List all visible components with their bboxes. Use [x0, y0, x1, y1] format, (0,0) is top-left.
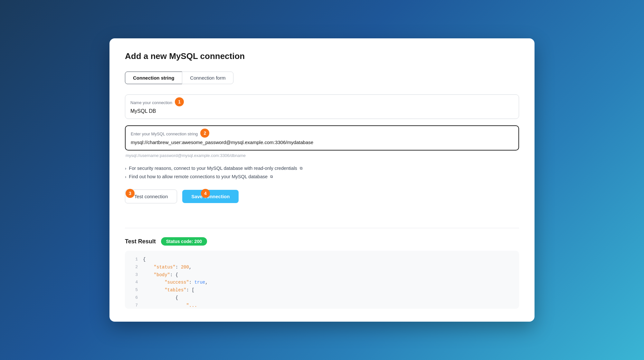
- actions-row: Test connection Save connection: [125, 190, 239, 203]
- save-connection-button[interactable]: Save connection: [182, 190, 239, 203]
- conn-string-label: Enter your MySQL connection string 2: [131, 129, 513, 138]
- chevron-icon-1: ›: [125, 166, 126, 171]
- code-line: 7 "...: [131, 302, 513, 309]
- external-link-icon-1: ⧉: [300, 166, 303, 170]
- code-line: 2 "status": 200,: [131, 264, 513, 271]
- name-field-wrapper: Name your connection 1: [125, 94, 519, 119]
- code-line: 3 "body": {: [131, 271, 513, 279]
- code-line: 6 {: [131, 294, 513, 302]
- test-result-row: Test Result Status code: 200: [125, 237, 519, 246]
- status-badge: Status code: 200: [161, 237, 207, 246]
- conn-string-input[interactable]: [131, 140, 513, 145]
- modal-title: Add a new MySQL connection: [125, 51, 519, 61]
- tab-connection-string[interactable]: Connection string: [125, 72, 182, 84]
- code-line: 1 {: [131, 256, 513, 264]
- step-badge-4: 4: [201, 189, 210, 198]
- external-link-icon-2: ⧉: [270, 174, 273, 179]
- test-result-label: Test Result: [125, 238, 156, 245]
- conn-string-hint: mysql://username:password@mysql.example.…: [125, 153, 519, 158]
- tab-connection-form[interactable]: Connection form: [182, 72, 233, 84]
- step-badge-3: 3: [126, 189, 135, 198]
- divider: [125, 228, 519, 228]
- modal-container: Add a new MySQL connection Connection st…: [109, 38, 535, 322]
- code-line: 4 "success": true,: [131, 279, 513, 287]
- info-links: › For security reasons, connect to your …: [125, 166, 519, 179]
- step-badge-1: 1: [175, 97, 184, 106]
- info-link-2[interactable]: › Find out how to allow remote connectio…: [125, 174, 519, 179]
- tab-group: Connection string Connection form: [125, 72, 519, 84]
- code-line: 5 "tables": [: [131, 287, 513, 294]
- step-badge-2: 2: [200, 129, 209, 138]
- code-block: 1 { 2 "status": 200, 3 "body": { 4 "succ…: [125, 251, 519, 309]
- chevron-icon-2: ›: [125, 174, 126, 179]
- conn-string-wrapper: Enter your MySQL connection string 2: [125, 125, 519, 151]
- info-link-1[interactable]: › For security reasons, connect to your …: [125, 166, 519, 171]
- name-input[interactable]: [130, 108, 514, 114]
- name-field-label: Name your connection 1: [130, 98, 514, 107]
